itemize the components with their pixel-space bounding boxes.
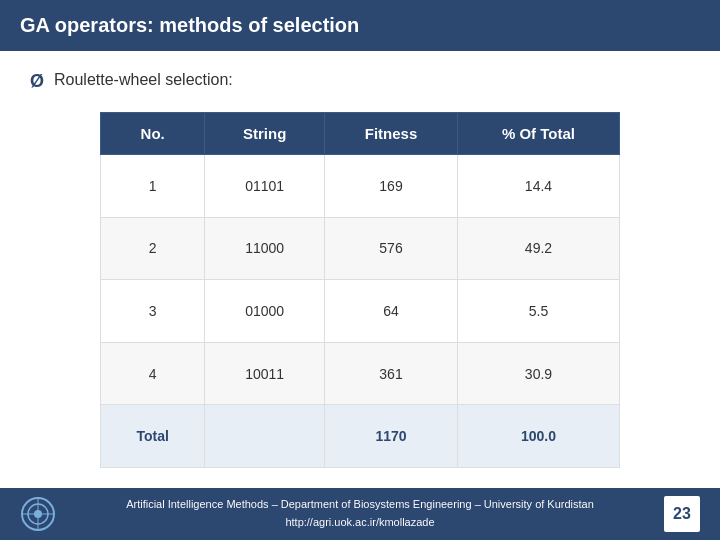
cell-no: 3 — [101, 280, 205, 343]
footer-text: Artificial Intelligence Methods – Depart… — [56, 496, 664, 531]
cell-fitness: 64 — [325, 280, 458, 343]
table-row: 4 10011 361 30.9 — [101, 342, 620, 405]
col-header-percent: % Of Total — [457, 113, 619, 155]
cell-string: 01000 — [205, 280, 325, 343]
cell-no: 2 — [101, 217, 205, 280]
cell-string: 11000 — [205, 217, 325, 280]
cell-percent: 30.9 — [457, 342, 619, 405]
total-string — [205, 405, 325, 468]
table-header-row: No. String Fitness % Of Total — [101, 113, 620, 155]
cell-fitness: 361 — [325, 342, 458, 405]
cell-percent: 5.5 — [457, 280, 619, 343]
table-container: No. String Fitness % Of Total 1 01101 16… — [30, 112, 690, 468]
table-row: 3 01000 64 5.5 — [101, 280, 620, 343]
col-header-fitness: Fitness — [325, 113, 458, 155]
total-label: Total — [101, 405, 205, 468]
footer-line2: http://agri.uok.ac.ir/kmollazade — [56, 514, 664, 532]
bullet-section: Ø Roulette-wheel selection: — [30, 71, 690, 92]
cell-string: 01101 — [205, 155, 325, 218]
table-row: 2 11000 576 49.2 — [101, 217, 620, 280]
col-header-string: String — [205, 113, 325, 155]
cell-fitness: 169 — [325, 155, 458, 218]
col-header-no: No. — [101, 113, 205, 155]
cell-fitness: 576 — [325, 217, 458, 280]
total-percent: 100.0 — [457, 405, 619, 468]
page-title: GA operators: methods of selection — [20, 14, 359, 36]
page-number: 23 — [664, 496, 700, 532]
bullet-arrow-icon: Ø — [30, 71, 44, 92]
university-logo-icon — [20, 496, 56, 532]
total-fitness: 1170 — [325, 405, 458, 468]
cell-no: 1 — [101, 155, 205, 218]
cell-percent: 49.2 — [457, 217, 619, 280]
cell-no: 4 — [101, 342, 205, 405]
page-header: GA operators: methods of selection — [0, 0, 720, 51]
table-row: 1 01101 169 14.4 — [101, 155, 620, 218]
data-table: No. String Fitness % Of Total 1 01101 16… — [100, 112, 620, 468]
page-footer: Artificial Intelligence Methods – Depart… — [0, 488, 720, 540]
cell-percent: 14.4 — [457, 155, 619, 218]
footer-line1: Artificial Intelligence Methods – Depart… — [56, 496, 664, 514]
cell-string: 10011 — [205, 342, 325, 405]
main-content: Ø Roulette-wheel selection: No. String F… — [0, 51, 720, 488]
bullet-label: Roulette-wheel selection: — [54, 71, 233, 89]
table-total-row: Total 1170 100.0 — [101, 405, 620, 468]
